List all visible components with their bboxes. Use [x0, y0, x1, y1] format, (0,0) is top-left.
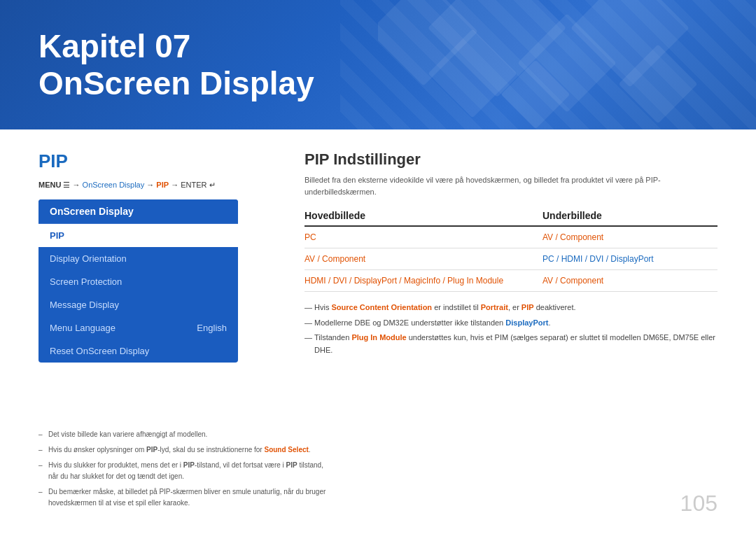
page-header: Kapitel 07 OnScreen Display	[0, 0, 756, 129]
bottom-note-1: Det viste billede kan variere afhængigt …	[38, 429, 332, 440]
bottom-notes: Det viste billede kan variere afhængigt …	[38, 429, 332, 513]
pip-subtitle: Billedet fra den eksterne videokilde vil…	[304, 174, 718, 197]
cell-sub-1: AV / Component	[542, 232, 718, 242]
right-column: PIP Indstillinger Billedet fra den ekste…	[304, 150, 718, 506]
cell-main-3: HDMI / DVI / DisplayPort / MagicInfo / P…	[304, 276, 542, 286]
note-3: Tilstanden Plug In Module understøttes k…	[304, 332, 718, 356]
cell-main-1: PC	[304, 232, 542, 242]
menu-header: OnScreen Display	[38, 199, 238, 224]
cell-sub-3: AV / Component	[542, 276, 718, 286]
menu-path: MENU ☰ → OnScreen Display → PIP → ENTER …	[38, 181, 262, 190]
menu-item-menu-language[interactable]: Menu Language English	[38, 316, 238, 339]
header-diamonds	[378, 0, 728, 129]
pip-section-title: PIP	[38, 150, 262, 172]
cell-sub-2: PC / HDMI / DVI / DisplayPort	[542, 254, 718, 264]
menu-item-display-orientation[interactable]: Display Orientation	[38, 247, 238, 270]
table-row: AV / Component PC / HDMI / DVI / Display…	[304, 248, 718, 270]
col-underbillede: Underbillede	[542, 210, 718, 221]
menu-item-screen-protection[interactable]: Screen Protection	[38, 270, 238, 293]
note-1: Hvis Source Content Orientation er indst…	[304, 302, 718, 314]
table-row: HDMI / DVI / DisplayPort / MagicInfo / P…	[304, 270, 718, 292]
menu-item-reset-onscreen[interactable]: Reset OnScreen Display	[38, 339, 238, 363]
right-notes: Hvis Source Content Orientation er indst…	[304, 302, 718, 356]
table-row: PC AV / Component	[304, 227, 718, 248]
chapter-title: Kapitel 07 OnScreen Display	[38, 28, 314, 102]
col-hovedbillede: Hovedbillede	[304, 210, 542, 221]
menu-item-message-display[interactable]: Message Display	[38, 293, 238, 316]
bottom-note-4: Du bemærker måske, at billedet på PIP-sk…	[38, 486, 332, 509]
table-header: Hovedbillede Underbillede	[304, 210, 718, 227]
pip-indstillinger-title: PIP Indstillinger	[304, 150, 718, 169]
onscreen-display-menu: OnScreen Display PIP Display Orientation…	[38, 199, 238, 363]
menu-item-pip[interactable]: PIP	[38, 224, 238, 247]
note-2: Modellerne DBE og DM32E understøtter ikk…	[304, 317, 718, 330]
header-title: Kapitel 07 OnScreen Display	[38, 28, 314, 102]
bottom-note-2: Hvis du ønsker oplysninger om PIP-lyd, s…	[38, 444, 332, 456]
cell-main-2: AV / Component	[304, 254, 542, 264]
page-number: 105	[680, 491, 718, 517]
bottom-note-3: Hvis du slukker for produktet, mens det …	[38, 460, 332, 482]
